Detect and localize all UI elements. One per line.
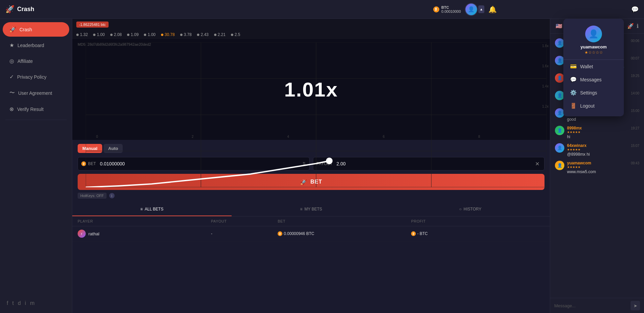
mult-item-1: 1.00	[93, 32, 105, 37]
col-bet: BET	[278, 219, 411, 223]
my-bets-icon: ≡	[300, 207, 303, 211]
mult-item-5: 30.78	[161, 32, 175, 37]
chat-time: 15:07	[631, 143, 639, 148]
settings-icon: ⚙️	[570, 89, 577, 96]
dropdown-logout-label: Logout	[580, 103, 595, 109]
chat-user-info: yuamawcom ★★★★★ www.msw5.com	[567, 161, 628, 174]
notification-bell-button[interactable]: 🔔	[488, 5, 497, 13]
btc-icon: ₿	[433, 6, 439, 12]
all-bets-label: ALL BETS	[145, 207, 164, 211]
sidebar-item-affiliate[interactable]: ◎ Affiliate	[3, 54, 69, 68]
chat-input-area: ➤	[550, 298, 644, 313]
chat-message-7: 👤 64xwinarx ★★★★★ @8998mx hi 15:07	[550, 141, 644, 159]
chat-info-button[interactable]: ℹ	[637, 23, 639, 29]
mult-item-0: 1.32	[76, 32, 88, 37]
svg-point-10	[326, 158, 333, 164]
chat-avatar: 👤	[555, 108, 564, 118]
privacy-icon: ✓	[9, 74, 14, 80]
chat-avatar: 👤	[555, 56, 564, 65]
bets-section: ≡ ALL BETS ≡ MY BETS ○ HISTORY PLAYER PA…	[72, 203, 550, 313]
dropdown-messages-item[interactable]: 💬 Messages	[563, 73, 624, 86]
dropdown-wallet-item[interactable]: 💳 Wallet	[563, 60, 624, 73]
leaderboard-icon: ★	[9, 42, 14, 48]
tab-all-bets[interactable]: ≡ ALL BETS	[72, 203, 232, 216]
crash-chart: MD5: 28d7db89d2d6f3fc2a987942ae20ded2 1.…	[72, 39, 550, 140]
sidebar-privacy-label: Privacy Policy	[17, 74, 46, 80]
chat-toggle-button[interactable]: 💬	[631, 6, 639, 13]
chat-text: hi	[567, 134, 628, 139]
topbar: 🚀 Crash ₿ BTC 0.00010000 👤 ▲ 🔔 💬	[0, 0, 644, 19]
bet-coin-icon: ₿	[81, 161, 86, 166]
profit-value: - BTC	[417, 231, 428, 236]
chat-message-8: 👤 yuamawcom ★★★★★ www.msw5.com 09:43	[550, 159, 644, 176]
chat-send-button[interactable]: ➤	[631, 301, 640, 310]
rocket-icon: 🚀	[5, 5, 14, 14]
player-cell: r rathal	[78, 230, 211, 238]
history-label: HISTORY	[464, 207, 481, 211]
chat-user-info: 64xwinarx ★★★★★ @8998mx hi	[567, 143, 628, 157]
dropdown-username: yuamawcom	[580, 44, 607, 49]
app-title: Crash	[17, 6, 34, 13]
btc-label: BTC	[441, 5, 461, 9]
mult-item-9: 2.5	[231, 32, 240, 37]
mult-item-2: 2.08	[110, 32, 122, 37]
chat-nav-icons: 🚀 ℹ	[627, 23, 639, 29]
dropdown-settings-item[interactable]: ⚙️ Settings	[563, 86, 624, 99]
chat-time: 19:27	[631, 126, 639, 130]
medium-icon[interactable]: m	[30, 300, 34, 306]
flag-icon: 🇺🇸	[556, 23, 562, 29]
logout-icon: 🚪	[570, 103, 577, 109]
dropdown-settings-label: Settings	[580, 90, 597, 95]
chat-message-input[interactable]	[554, 303, 628, 308]
bets-tabs: ≡ ALL BETS ≡ MY BETS ○ HISTORY	[72, 203, 550, 217]
bets-table-header: PLAYER PAYOUT BET PROFIT	[72, 217, 550, 226]
wallet-icon: 💳	[570, 63, 577, 70]
user-dropdown-menu: 👤 yuamawcom ★☆☆☆☆ 💳 Wallet 💬 Messages ⚙️…	[563, 19, 624, 116]
sidebar-crash-label: Crash	[19, 27, 32, 32]
chat-time: 00:06	[631, 38, 639, 43]
crash-icon: 🚀	[9, 26, 16, 33]
affiliate-icon: ◎	[9, 58, 14, 64]
avatar-button[interactable]: 👤	[465, 3, 478, 16]
sidebar-item-leaderboard[interactable]: ★ Leaderboard	[3, 38, 69, 52]
history-icon: ○	[459, 207, 461, 211]
chat-stars: ★★★★★	[567, 165, 628, 169]
chat-rocket-button[interactable]: 🚀	[627, 23, 634, 29]
sidebar-item-verify[interactable]: ⊗ Verify Result	[3, 102, 69, 116]
chat-user-info: 8998mx ★★★★★ hi	[567, 126, 628, 139]
messages-icon: 💬	[570, 76, 577, 83]
sidebar-leaderboard-label: Leaderboard	[17, 43, 44, 48]
chat-username: 64xwinarx	[567, 143, 628, 148]
dropdown-messages-label: Messages	[580, 77, 602, 82]
facebook-icon[interactable]: f	[7, 300, 8, 306]
bet-cell: ₿ 0.00000946 BTC	[278, 231, 411, 236]
chat-time: 19:25	[631, 73, 639, 78]
chat-avatar: 👤	[555, 126, 564, 135]
player-avatar: r	[78, 230, 86, 238]
dropdown-logout-item[interactable]: 🚪 Logout	[563, 99, 624, 112]
discord-icon[interactable]: d	[18, 300, 21, 306]
sidebar-item-user-agreement[interactable]: 〜 User Agreement	[3, 85, 69, 101]
chat-username: 8998mx	[567, 126, 628, 130]
chat-avatar: 👤	[555, 143, 564, 153]
sidebar-divider	[5, 120, 67, 120]
avatar-dropdown-toggle[interactable]: ▲	[478, 5, 484, 13]
sidebar-item-privacy[interactable]: ✓ Privacy Policy	[3, 70, 69, 84]
dropdown-avatar: 👤	[585, 26, 602, 42]
twitter-icon[interactable]: t	[12, 300, 13, 306]
bet-value: 0.00000946 BTC	[284, 231, 314, 236]
tab-history[interactable]: ○ HISTORY	[391, 203, 550, 216]
profit-cell: ₿ - BTC	[411, 231, 545, 236]
col-profit: PROFIT	[411, 219, 545, 223]
all-bets-icon: ≡	[140, 207, 143, 211]
sidebar-item-crash[interactable]: 🚀 Crash	[3, 22, 69, 37]
user-avatar: 👤	[466, 4, 477, 15]
hotkeys-info-icon[interactable]: i	[109, 193, 115, 198]
payout-cell: -	[211, 231, 278, 236]
mult-item-7: 2.43	[197, 32, 208, 37]
instagram-icon[interactable]: i	[25, 300, 26, 306]
chat-time: 09:43	[631, 161, 639, 165]
tab-my-bets[interactable]: ≡ MY BETS	[232, 203, 391, 216]
chat-username: yuamawcom	[567, 161, 628, 165]
chat-time: 14:00	[631, 91, 639, 95]
